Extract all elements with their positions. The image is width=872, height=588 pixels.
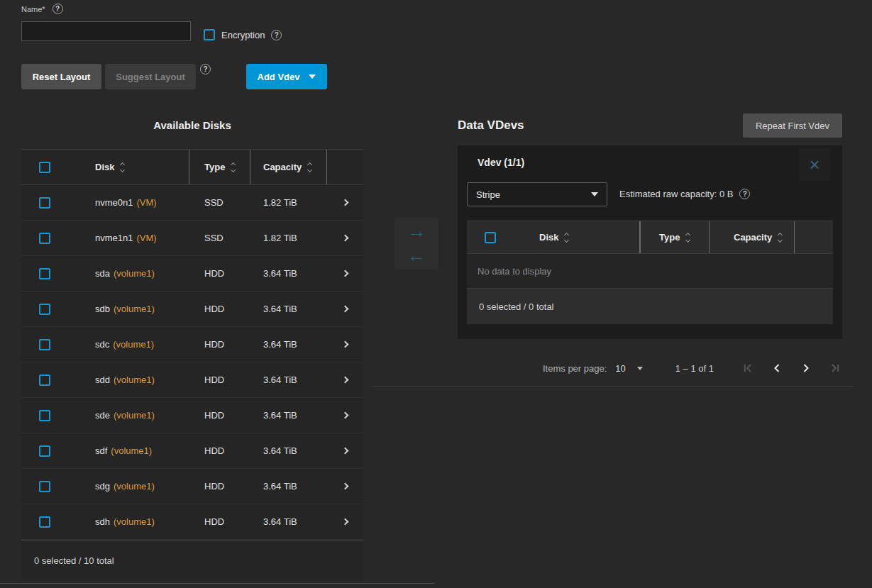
move-to-vdev-button[interactable]: [407, 219, 426, 243]
expand-row-icon[interactable]: [342, 306, 349, 313]
suggest-layout-button[interactable]: Suggest Layout: [105, 64, 196, 89]
disk-capacity: 3.64 TiB: [250, 516, 327, 527]
expand-row-icon[interactable]: [342, 199, 349, 206]
column-header-capacity[interactable]: Capacity: [250, 150, 327, 184]
table-row[interactable]: sdd (volume1) HDD 3.64 TiB: [21, 362, 363, 398]
next-page-icon[interactable]: [799, 361, 813, 375]
disk-capacity: 3.64 TiB: [250, 268, 327, 279]
vdev-table-footer: 0 selected / 0 total: [467, 289, 833, 324]
expand-row-icon[interactable]: [342, 270, 349, 277]
row-checkbox[interactable]: [39, 375, 50, 386]
add-vdev-button[interactable]: Add Vdev: [246, 64, 327, 89]
previous-page-icon[interactable]: [770, 361, 784, 375]
row-checkbox[interactable]: [39, 481, 50, 492]
chevron-down-icon: [637, 367, 643, 370]
expand-row-icon[interactable]: [342, 448, 349, 455]
encryption-checkbox[interactable]: [204, 29, 215, 40]
column-header-capacity[interactable]: Capacity: [710, 221, 795, 253]
chevron-down-icon: [591, 192, 598, 196]
disk-type: HDD: [189, 516, 250, 527]
chevron-down-icon: [309, 74, 316, 79]
available-disks-title: Available Disks: [21, 119, 363, 131]
row-checkbox[interactable]: [39, 339, 50, 350]
encryption-group: Encryption: [204, 29, 282, 40]
row-checkbox[interactable]: [39, 516, 50, 528]
row-checkbox[interactable]: [39, 445, 50, 457]
items-per-page-value: 10: [615, 363, 625, 374]
row-checkbox[interactable]: [39, 410, 50, 421]
sort-icon: [231, 163, 235, 172]
expand-row-icon[interactable]: [342, 518, 349, 526]
row-checkbox[interactable]: [39, 197, 50, 209]
disk-name: nvme1n1: [95, 233, 133, 243]
available-disks-table: Disk Type Capacity nvme0n1 (VM) SSD 1.82…: [21, 149, 363, 580]
column-header-disk[interactable]: Disk: [514, 221, 640, 253]
add-vdev-label: Add Vdev: [258, 72, 300, 82]
available-disks-table-header: Disk Type Capacity: [21, 150, 363, 185]
move-to-available-button[interactable]: [407, 243, 426, 267]
table-row[interactable]: sdg (volume1) HDD 3.64 TiB: [21, 469, 363, 504]
table-row[interactable]: sdh (volume1) HDD 3.64 TiB: [21, 504, 363, 540]
name-input[interactable]: [21, 21, 191, 41]
disk-type: HDD: [189, 375, 250, 385]
disk-capacity: 3.64 TiB: [250, 410, 327, 421]
disk-name: sda: [95, 268, 110, 279]
disk-pool-tag: (volume1): [114, 268, 155, 279]
close-vdev-icon[interactable]: [798, 148, 831, 181]
items-per-page-select[interactable]: 10: [615, 363, 642, 374]
column-header-type[interactable]: Type: [640, 221, 710, 253]
row-checkbox[interactable]: [39, 304, 50, 315]
disk-capacity: 1.82 TiB: [250, 197, 327, 208]
table-row[interactable]: sdb (volume1) HDD 3.64 TiB: [21, 292, 363, 327]
table-row[interactable]: sda (volume1) HDD 3.64 TiB: [21, 256, 363, 292]
select-all-checkbox[interactable]: [39, 162, 50, 173]
disk-pool-tag: (volume1): [114, 481, 155, 492]
vdev-disks-table: Disk Type Capacity No data to display 0 …: [467, 221, 833, 324]
items-per-page-label: Items per page:: [543, 363, 607, 374]
row-checkbox[interactable]: [39, 268, 50, 279]
expand-row-icon[interactable]: [342, 235, 349, 242]
row-checkbox[interactable]: [39, 233, 50, 244]
vdev-title: Vdev (1/1): [478, 157, 524, 168]
disk-name: sdg: [95, 481, 110, 492]
paginator: Items per page: 10 1 – 1 of 1: [372, 350, 854, 387]
disk-type: HDD: [189, 268, 250, 279]
table-row[interactable]: sde (volume1) HDD 3.64 TiB: [21, 398, 363, 433]
available-disks-table-body: nvme0n1 (VM) SSD 1.82 TiB nvme1n1 (VM) S…: [21, 185, 363, 540]
disk-capacity: 3.64 TiB: [250, 375, 327, 385]
disk-name: sdd: [95, 375, 110, 385]
disk-type: HDD: [189, 304, 250, 314]
expand-row-icon[interactable]: [342, 483, 349, 490]
layout-help-icon[interactable]: [200, 64, 211, 74]
disk-name: sdf: [95, 445, 107, 456]
sort-icon: [686, 233, 690, 242]
disk-name: sdc: [95, 339, 109, 350]
expand-row-icon[interactable]: [342, 341, 349, 348]
column-header-disk[interactable]: Disk: [68, 150, 189, 184]
expand-row-icon[interactable]: [342, 377, 349, 384]
transfer-panel: [394, 217, 438, 270]
data-vdevs-header: Data VDevs Repeat First Vdev: [458, 113, 842, 138]
pool-name-label-row: Name*: [21, 4, 63, 14]
capacity-help-icon[interactable]: [739, 189, 750, 199]
repeat-first-vdev-button[interactable]: Repeat First Vdev: [743, 113, 842, 138]
disk-pool-tag: (volume1): [114, 304, 155, 314]
vdev-layout-value: Stripe: [476, 189, 500, 200]
expand-row-icon[interactable]: [342, 412, 349, 419]
encryption-help-icon[interactable]: [271, 30, 282, 40]
table-row[interactable]: nvme0n1 (VM) SSD 1.82 TiB: [21, 185, 363, 221]
reset-layout-button[interactable]: Reset Layout: [21, 64, 101, 89]
estimated-capacity-text: Estimated raw capacity: 0 B: [619, 189, 733, 199]
table-row[interactable]: nvme1n1 (VM) SSD 1.82 TiB: [21, 221, 363, 256]
disk-type: HDD: [189, 410, 250, 421]
first-page-icon[interactable]: [741, 361, 755, 375]
table-row[interactable]: sdc (volume1) HDD 3.64 TiB: [21, 327, 363, 362]
table-row[interactable]: sdf (volume1) HDD 3.64 TiB: [21, 433, 363, 469]
name-label: Name*: [21, 5, 45, 13]
vdev-layout-select[interactable]: Stripe: [467, 182, 607, 206]
column-header-type[interactable]: Type: [189, 150, 250, 184]
disk-name: sde: [95, 410, 110, 421]
select-all-checkbox[interactable]: [485, 232, 496, 243]
name-help-icon[interactable]: [53, 4, 63, 14]
last-page-icon[interactable]: [828, 361, 842, 375]
